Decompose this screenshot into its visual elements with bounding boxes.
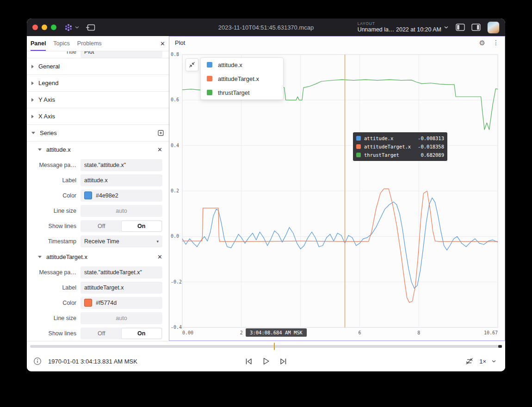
- user-avatar[interactable]: [487, 21, 500, 34]
- message-path-input[interactable]: state."attitude.x": [80, 159, 162, 171]
- section-general-label: General: [38, 63, 60, 70]
- app-window: 2023-11-10T04:51:45.631370.mcap LAYOUT U…: [27, 18, 505, 371]
- section-series-label: Series: [40, 130, 57, 136]
- series-color-swatch[interactable]: [84, 191, 92, 199]
- legend-item-attitude-target-x[interactable]: attitudeTarget.x: [201, 72, 283, 86]
- sidebar-tabbar: Panel Topics Problems ✕: [27, 36, 169, 51]
- timestamp-select[interactable]: Receive Time ▾: [80, 235, 162, 247]
- show-lines-off-button[interactable]: Off: [81, 328, 122, 339]
- tab-problems[interactable]: Problems: [77, 36, 102, 51]
- scrubber-end-marker: [498, 345, 502, 348]
- app-menu-button[interactable]: [64, 23, 79, 31]
- close-window-button[interactable]: [32, 25, 38, 30]
- collapse-arrows-icon: [189, 62, 195, 68]
- series-name: attitudeTarget.x: [46, 253, 87, 260]
- panel-settings-gear-icon[interactable]: ⚙: [479, 39, 485, 46]
- legend-collapse-button[interactable]: [186, 58, 198, 71]
- chevron-right-icon: [31, 81, 34, 85]
- show-lines-off-button[interactable]: Off: [81, 221, 122, 231]
- minimize-window-button[interactable]: [42, 25, 47, 30]
- playback-speed[interactable]: 1×: [479, 358, 486, 365]
- playback-scrubber[interactable]: [27, 341, 505, 352]
- series-header-attitude-target-x[interactable]: attitudeTarget.x ✕: [27, 249, 169, 265]
- tab-topics[interactable]: Topics: [53, 36, 69, 51]
- section-legend[interactable]: Legend: [27, 75, 169, 92]
- zoom-window-button[interactable]: [51, 25, 56, 30]
- add-series-icon[interactable]: [157, 130, 164, 136]
- left-sidebar-toggle-icon[interactable]: [456, 24, 465, 31]
- legend-item-thrust-target[interactable]: thrustTarget: [201, 86, 283, 99]
- tooltip-series-value: 0.682089: [421, 152, 444, 158]
- loop-off-icon[interactable]: [465, 357, 474, 365]
- line-size-input[interactable]: auto: [80, 312, 162, 324]
- delete-series-icon[interactable]: ✕: [157, 253, 162, 260]
- section-y-axis[interactable]: Y Axis: [27, 92, 169, 108]
- section-x-axis[interactable]: X Axis: [27, 108, 169, 125]
- speed-chevron-down-icon[interactable]: [492, 360, 496, 363]
- legend-label: attitudeTarget.x: [218, 75, 259, 82]
- legend-label: thrustTarget: [218, 89, 250, 96]
- window-controls: [32, 25, 56, 30]
- title-field-input[interactable]: Plot: [80, 51, 162, 58]
- label-row: Label attitude.x: [27, 173, 169, 188]
- close-sidebar-icon[interactable]: ✕: [160, 40, 165, 47]
- y-axis-tick-label: 0.2: [171, 188, 179, 193]
- color-input[interactable]: #4e98e2: [80, 190, 162, 202]
- label-label: Label: [27, 284, 80, 291]
- color-row: Color #f5774d: [27, 295, 169, 310]
- chevron-down-icon: [38, 256, 42, 258]
- label-input[interactable]: attitudeTarget.x: [80, 282, 162, 294]
- series-header-attitude-x[interactable]: attitude.x ✕: [27, 142, 169, 157]
- show-lines-row: Show lines Off On: [27, 326, 169, 341]
- show-lines-row: Show lines Off On: [27, 218, 169, 234]
- add-panel-button[interactable]: [86, 24, 96, 31]
- y-axis-tick-label: 0.6: [171, 97, 179, 102]
- line-size-label: Line size: [27, 208, 80, 214]
- timestamp-label: Timestamp: [27, 238, 80, 245]
- chevron-down-icon: [31, 132, 35, 134]
- tooltip-swatch: [356, 153, 361, 157]
- message-path-row: Message pa… state."attitude.x": [27, 157, 169, 173]
- section-general[interactable]: General: [27, 58, 169, 75]
- scrubber-playhead[interactable]: [274, 343, 275, 350]
- tooltip-series-name: thrustTarget: [364, 152, 417, 158]
- tooltip-series-value: -0.008313: [418, 136, 444, 141]
- tooltip-series-name: attitudeTarget.x: [364, 144, 414, 149]
- series-color-swatch[interactable]: [84, 299, 92, 307]
- panel-menu-kebab-icon[interactable]: ⋮: [493, 39, 499, 46]
- layout-selector[interactable]: LAYOUT Unnamed la… 2022 at 10:20 AM: [358, 22, 448, 33]
- legend-item-attitude-x[interactable]: attitude.x: [201, 58, 283, 72]
- legend-swatch: [207, 90, 212, 95]
- titlebar: 2023-11-10T04:51:45.631370.mcap LAYOUT U…: [27, 18, 505, 36]
- label-label: Label: [27, 177, 80, 184]
- label-row: Label attitudeTarget.x: [27, 280, 169, 295]
- show-lines-on-button[interactable]: On: [122, 328, 162, 339]
- right-sidebar-toggle-icon[interactable]: [471, 24, 481, 31]
- line-size-label: Line size: [27, 315, 80, 321]
- section-series[interactable]: Series: [27, 125, 169, 142]
- playback-info-icon[interactable]: [33, 357, 42, 365]
- seek-backward-button[interactable]: [245, 358, 253, 365]
- panel-settings-sidebar: Panel Topics Problems ✕ Title Plot Gener…: [27, 36, 169, 341]
- line-size-input[interactable]: auto: [80, 205, 162, 217]
- label-input[interactable]: attitude.x: [80, 174, 162, 186]
- y-axis-tick-label: 0.4: [171, 143, 179, 148]
- plot-chart-area[interactable]: 0.80.60.40.20.0-0.2-0.40.00246810.67 att…: [169, 49, 505, 340]
- scrubber-track[interactable]: [30, 345, 502, 348]
- play-button[interactable]: [262, 357, 270, 365]
- tab-panel[interactable]: Panel: [31, 36, 46, 51]
- tooltip-row: attitude.x -0.008313: [356, 134, 444, 142]
- x-axis-tick-label: 0.00: [182, 330, 193, 335]
- plot-panel[interactable]: Plot ⚙ ⋮ 0.80.60.40.20.0-0.2-0.40.002468…: [169, 36, 505, 341]
- x-axis-tick-label: 10.67: [484, 330, 498, 335]
- color-input[interactable]: #f5774d: [80, 297, 162, 309]
- show-lines-toggle: Off On: [80, 220, 162, 232]
- message-path-input[interactable]: state."attitudeTarget.x": [80, 266, 162, 278]
- seek-forward-button[interactable]: [279, 358, 288, 365]
- message-path-label: Message pa…: [27, 162, 80, 168]
- section-y-axis-label: Y Axis: [38, 96, 55, 103]
- timestamp-row: Timestamp Receive Time ▾: [27, 234, 169, 249]
- show-lines-on-button[interactable]: On: [122, 221, 162, 231]
- hover-value-tooltip: attitude.x -0.008313 attitudeTarget.x -0…: [353, 132, 447, 161]
- delete-series-icon[interactable]: ✕: [157, 146, 162, 153]
